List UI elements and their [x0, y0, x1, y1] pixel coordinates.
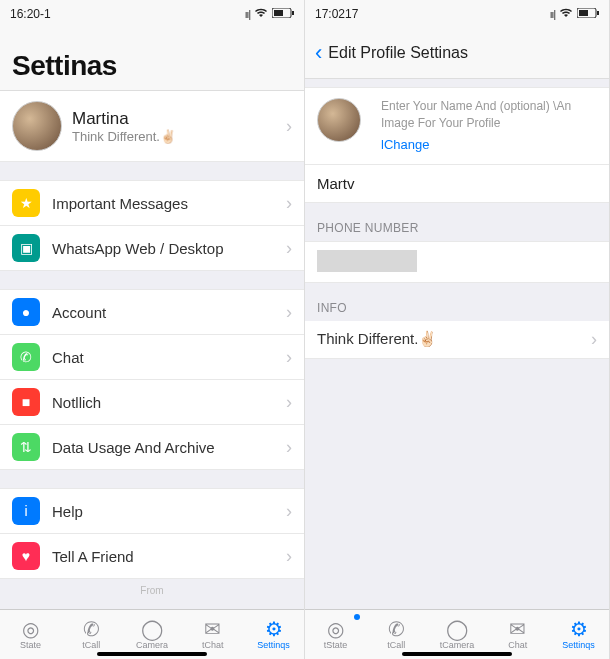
profile-edit-block: Enter Your Name And (optional) \An Image… — [305, 87, 609, 165]
settings-item[interactable]: ⇅Data Usage And Archive› — [0, 425, 304, 470]
item-label: Account — [52, 304, 286, 321]
wifi-icon — [559, 7, 573, 21]
tab-icon: ✆ — [83, 619, 100, 639]
chevron-right-icon: › — [286, 501, 292, 522]
svg-rect-1 — [274, 10, 283, 16]
edit-content[interactable]: Enter Your Name And (optional) \An Image… — [305, 79, 609, 609]
status-indicators: ıı| — [245, 7, 294, 21]
name-input[interactable]: Martv — [305, 165, 609, 203]
cellular-icon: ıı| — [245, 9, 250, 20]
tab-tstate[interactable]: ◎tState — [305, 610, 366, 659]
info-icon: i — [12, 497, 40, 525]
notification-dot — [354, 614, 360, 620]
status-time: 16:20-1 — [10, 7, 51, 21]
profile-status: Think Different.✌🏻 — [72, 129, 286, 144]
settings-item[interactable]: ♥Tell A Friend› — [0, 534, 304, 579]
battery-icon — [272, 7, 294, 21]
chevron-right-icon: › — [591, 329, 597, 350]
chevron-right-icon: › — [286, 238, 292, 259]
settings-item[interactable]: ▣WhatsApp Web / Desktop› — [0, 226, 304, 271]
tab-settinqs[interactable]: ⚙Settinqs — [243, 610, 304, 659]
chevron-right-icon: › — [286, 392, 292, 413]
tab-label: tCall — [387, 640, 405, 650]
tab-label: tChat — [202, 640, 224, 650]
tab-label: Chat — [508, 640, 527, 650]
group-2: ●Account›✆Chat›■Notllich›⇅Data Usage And… — [0, 289, 304, 470]
tab-label: Settinqs — [562, 640, 595, 650]
phone-block — [305, 241, 609, 283]
phone-section-label: PHONE NUMBER — [305, 203, 609, 241]
tab-label: Settinqs — [257, 640, 290, 650]
tab-icon: ✉ — [509, 619, 526, 639]
svg-rect-2 — [292, 11, 294, 15]
tab-icon: ⚙ — [265, 619, 283, 639]
page-title: Settinas — [0, 28, 304, 90]
chevron-right-icon: › — [286, 302, 292, 323]
tab-label: tState — [324, 640, 348, 650]
cellular-icon: ıı| — [550, 9, 555, 20]
svg-rect-4 — [579, 10, 588, 16]
item-label: Data Usage And Archive — [52, 439, 286, 456]
avatar[interactable] — [317, 98, 361, 142]
tab-label: State — [20, 640, 41, 650]
page-title: Edit Profile Settinas — [328, 44, 468, 62]
settings-screen: 16:20-1 ıı| Settinas Martina Think Diffe… — [0, 0, 305, 659]
tab-icon: ◎ — [327, 619, 344, 639]
settings-list[interactable]: Martina Think Different.✌🏻 › ★Important … — [0, 91, 304, 609]
info-value: Think Different.✌🏻 — [317, 330, 591, 348]
header: ‹ Edit Profile Settinas — [305, 28, 609, 79]
phone-number-redacted — [317, 250, 417, 272]
item-label: Important Messages — [52, 195, 286, 212]
key-icon: ● — [12, 298, 40, 326]
settings-item[interactable]: iHelp› — [0, 488, 304, 534]
chevron-right-icon: › — [286, 116, 292, 137]
footer-text: From — [0, 579, 304, 602]
profile-name: Martina — [72, 109, 286, 129]
chevron-right-icon: › — [286, 193, 292, 214]
chevron-right-icon: › — [286, 437, 292, 458]
tab-icon: ✉ — [204, 619, 221, 639]
settings-item[interactable]: ●Account› — [0, 289, 304, 335]
avatar — [12, 101, 62, 151]
group-1: ★Important Messages›▣WhatsApp Web / Desk… — [0, 180, 304, 271]
home-indicator[interactable] — [402, 652, 512, 656]
data-icon: ⇅ — [12, 433, 40, 461]
status-bar: 16:20-1 ıı| — [0, 0, 304, 28]
hint-text: Enter Your Name And (optional) \An Image… — [381, 99, 571, 130]
change-link[interactable]: lChange — [381, 136, 597, 154]
tab-label: tCall — [82, 640, 100, 650]
svg-rect-5 — [597, 11, 599, 15]
status-time: 17:0217 — [315, 7, 358, 21]
wifi-icon — [254, 7, 268, 21]
tab-icon: ⚙ — [570, 619, 588, 639]
chat-icon: ✆ — [12, 343, 40, 371]
battery-icon — [577, 7, 599, 21]
item-label: Notllich — [52, 394, 286, 411]
settings-item[interactable]: ■Notllich› — [0, 380, 304, 425]
tab-state[interactable]: ◎State — [0, 610, 61, 659]
tab-icon: ✆ — [388, 619, 405, 639]
chevron-right-icon: › — [286, 347, 292, 368]
item-label: Help — [52, 503, 286, 520]
home-indicator[interactable] — [97, 652, 207, 656]
group-3: iHelp›♥Tell A Friend› — [0, 488, 304, 579]
tab-icon: ◯ — [446, 619, 468, 639]
item-label: Chat — [52, 349, 286, 366]
tab-settinqs[interactable]: ⚙Settinqs — [548, 610, 609, 659]
tab-icon: ◯ — [141, 619, 163, 639]
profile-row[interactable]: Martina Think Different.✌🏻 › — [0, 91, 304, 162]
header: Settinas — [0, 28, 304, 91]
tab-label: tCamera — [440, 640, 475, 650]
heart-icon: ♥ — [12, 542, 40, 570]
status-indicators: ıı| — [550, 7, 599, 21]
settings-item[interactable]: ✆Chat› — [0, 335, 304, 380]
item-label: WhatsApp Web / Desktop — [52, 240, 286, 257]
settings-item[interactable]: ★Important Messages› — [0, 180, 304, 226]
status-bar: 17:0217 ıı| — [305, 0, 609, 28]
bell-icon: ■ — [12, 388, 40, 416]
back-icon[interactable]: ‹ — [315, 40, 322, 66]
desktop-icon: ▣ — [12, 234, 40, 262]
info-row[interactable]: Think Different.✌🏻 › — [305, 321, 609, 359]
star-icon: ★ — [12, 189, 40, 217]
item-label: Tell A Friend — [52, 548, 286, 565]
